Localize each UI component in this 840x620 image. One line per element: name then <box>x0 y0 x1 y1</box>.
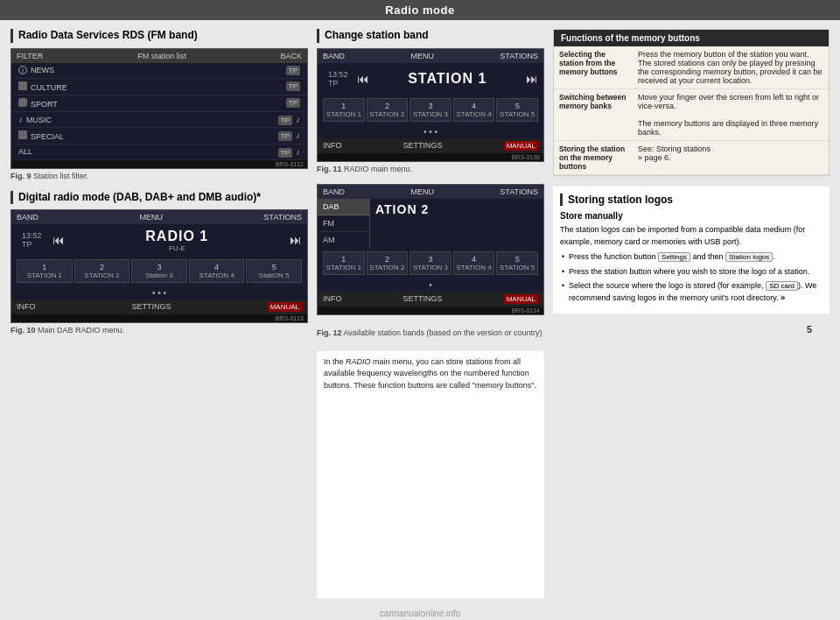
function-label-switching: Switching between memory banks <box>554 89 633 141</box>
band-select-station-name: ATION 2 <box>375 202 540 216</box>
dab-station-name: RADIO 1 <box>70 229 284 244</box>
brs-badge-3: BRS-0136 <box>318 153 543 161</box>
band-select-bottom-bar: INFO SETTINGS MANUAL <box>318 292 543 306</box>
page-number: 5 <box>553 324 830 338</box>
radio-stations-label: STATIONS <box>500 52 538 60</box>
radio-station-1[interactable]: 1STATION 1 <box>323 98 365 122</box>
band-s4[interactable]: 4STATION 4 <box>453 251 495 275</box>
function-desc-storing: See: Storing stations» page 6. <box>633 141 829 175</box>
band-option-fm[interactable]: FM <box>318 215 369 232</box>
watermark: carmanualonline.info <box>0 607 840 620</box>
band-select-info[interactable]: INFO <box>323 294 342 304</box>
middle-text-block: In the RADIO main menu, you can store st… <box>317 351 544 598</box>
dab-title: Digital radio mode (DAB, DAB+ and DMB au… <box>10 191 308 205</box>
tp-badge-music: TP <box>278 116 292 125</box>
radio-station-name: STATION 1 <box>373 71 522 87</box>
sd-card-inline-btn[interactable]: SD card <box>766 281 798 291</box>
settings-inline-btn[interactable]: Settings <box>658 252 690 262</box>
band-select-station-display: ATION 2 <box>372 199 543 248</box>
function-row-selecting: Selecting the station from the memory bu… <box>554 46 829 89</box>
filter-item-sport[interactable]: SPORT TP <box>11 95 307 112</box>
band-dropdown: DAB FM AM <box>318 199 370 248</box>
functions-table: Selecting the station from the memory bu… <box>554 46 829 175</box>
band-s2[interactable]: 2STATION 2 <box>367 251 409 275</box>
filter-label-special: SPECIAL <box>31 132 64 141</box>
radio-menu-label: MENU <box>410 52 434 60</box>
dab-band-label: BAND <box>17 213 38 222</box>
dab-dots: • • • <box>11 286 307 299</box>
band-option-dab[interactable]: DAB <box>318 199 369 215</box>
next-button[interactable]: ⏭ <box>290 233 302 247</box>
radio-station-5[interactable]: 5STATION 5 <box>496 98 538 122</box>
band-select-menu-label: MENU <box>410 187 434 196</box>
radio-settings[interactable]: SETTINGS <box>403 141 443 151</box>
band-option-am[interactable]: AM <box>318 232 369 248</box>
dab-station-4[interactable]: 4 STATION 4 <box>189 259 245 283</box>
band-select-manual[interactable]: MANUAL <box>504 294 538 304</box>
rds-section: Radio Data Services RDS (FM band) FILTER… <box>10 29 308 180</box>
radio-station-2[interactable]: 2STATION 2 <box>367 98 409 122</box>
dab-station-3[interactable]: 3 Station 3 <box>131 259 187 283</box>
band-s1[interactable]: 1STATION 1 <box>323 251 365 275</box>
bullet-3: Select the source where the logo is stor… <box>560 280 822 304</box>
filter-item-all[interactable]: ALL TP♪ <box>11 144 307 160</box>
dab-station-display: RADIO 1 FU-E <box>70 229 284 252</box>
dab-playback: ⏮ <box>52 229 65 250</box>
tp-badge: TP <box>286 66 300 75</box>
station-logos-inline-btn[interactable]: Station logos <box>725 252 773 262</box>
band-select-settings[interactable]: SETTINGS <box>403 294 443 304</box>
tp-badge-sport: TP <box>286 98 300 108</box>
filter-item-music[interactable]: ♪MUSIC TP♪ <box>11 112 307 128</box>
filter-label: FILTER <box>17 52 43 60</box>
dab-manual[interactable]: MANUAL <box>268 302 302 312</box>
tp-badge-special: TP <box>278 131 292 141</box>
prev-button[interactable]: ⏮ <box>52 233 65 247</box>
radio-manual[interactable]: MANUAL <box>504 141 538 151</box>
rds-ui-box: FILTER FM station list BACK iNEWS TP CUL… <box>10 48 308 169</box>
radio-station-4[interactable]: 4STATION 4 <box>453 98 495 122</box>
fig10-caption: Fig. 10 Main DAB RADIO menu. <box>10 326 308 335</box>
filter-label-music: MUSIC <box>26 116 52 124</box>
radio-station-grid: 1STATION 1 2STATION 2 3STATION 3 4STATIO… <box>318 95 543 125</box>
dab-station-1[interactable]: 1 STATION 1 <box>17 259 73 283</box>
dab-settings[interactable]: SETTINGS <box>132 302 172 312</box>
storing-paragraph: The station logos can be imported from a… <box>560 224 822 248</box>
header-title: Radio mode <box>385 4 454 17</box>
radio-prev-btn[interactable]: ⏮ <box>357 72 369 86</box>
function-row-storing: Storing the station on the memory button… <box>554 141 829 175</box>
band-s3[interactable]: 3STATION 3 <box>410 251 452 275</box>
filter-item-culture[interactable]: CULTURE TP <box>11 79 307 95</box>
band-select-main: DAB FM AM ATION 2 <box>318 199 543 248</box>
dab-section: Digital radio mode (DAB, DAB+ and DMB au… <box>10 191 308 335</box>
dab-next: ⏭ <box>290 229 302 250</box>
radio-station-3[interactable]: 3STATION 3 <box>410 98 452 122</box>
tp-badge-culture: TP <box>286 81 300 91</box>
middle-column: Change station band BAND MENU STATIONS 1… <box>317 29 544 598</box>
bullet-1: Press the function button Settings and t… <box>560 251 822 264</box>
filter-list: iNEWS TP CULTURE TP SPORT TP ♪MUSIC TP♪ <box>11 63 307 160</box>
filter-label-news: NEWS <box>31 66 54 74</box>
dab-info[interactable]: INFO <box>17 302 36 312</box>
band-select-top-bar: BAND MENU STATIONS <box>318 185 543 199</box>
radio-info[interactable]: INFO <box>323 141 342 151</box>
function-desc-selecting: Press the memory button of the station y… <box>633 46 829 89</box>
band-s5[interactable]: 5STATION 5 <box>496 251 538 275</box>
radio-main-box: BAND MENU STATIONS 13:52 TP ⏮ STATION 1 … <box>317 48 544 162</box>
storing-logos-section: Storing station logos Store manually The… <box>553 187 830 314</box>
dab-station-grid: 1 STATION 1 2 STATION 2 3 Station 3 4 ST… <box>11 256 307 286</box>
filter-label-all: ALL <box>18 147 32 156</box>
dab-fu-e: FU-E <box>70 244 284 252</box>
function-label-selecting: Selecting the station from the memory bu… <box>554 46 633 89</box>
filter-item-news[interactable]: iNEWS TP <box>11 63 307 79</box>
dab-menu-label: MENU <box>139 213 163 222</box>
radio-time: 13:52 TP <box>323 67 354 91</box>
dab-station-5[interactable]: 5 StatiON 5 <box>246 259 302 283</box>
filter-item-special[interactable]: SPECIAL TP♪ <box>11 128 307 144</box>
dab-bottom-bar: INFO SETTINGS MANUAL <box>11 299 307 314</box>
functions-header: Functions of the memory buttons <box>554 30 829 46</box>
function-row-switching: Switching between memory banks Move your… <box>554 89 829 141</box>
dab-station-2[interactable]: 2 STATION 2 <box>74 259 130 283</box>
radio-next-btn[interactable]: ⏭ <box>526 72 538 86</box>
band-select-stations-label: STATIONS <box>500 187 538 196</box>
radio-top-bar: BAND MENU STATIONS <box>318 49 543 63</box>
